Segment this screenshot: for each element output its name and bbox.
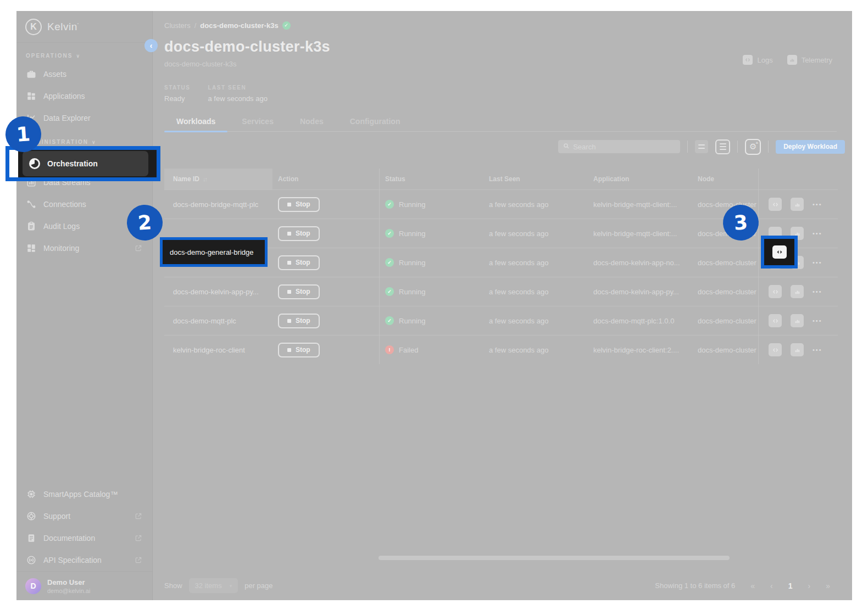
stop-button[interactable]: Stop — [278, 314, 320, 328]
workload-telemetry-button[interactable] — [791, 198, 804, 211]
prev-page-button[interactable]: ‹ — [770, 582, 773, 590]
gear-plus-icon: + — [756, 141, 759, 146]
stop-icon — [287, 319, 291, 323]
column-header-status[interactable]: Status — [379, 169, 483, 189]
toolbar-divider — [687, 141, 688, 153]
next-page-button[interactable]: › — [808, 582, 811, 590]
node-cell: docs-demo-cluster — [692, 277, 758, 306]
logs-button[interactable]: Logs — [743, 55, 772, 65]
table-row[interactable]: kelvin-bridge-roc-client Stop !Failed a … — [164, 335, 838, 364]
annotation-highlight-logs-icon[interactable] — [761, 236, 798, 269]
stop-button[interactable]: Stop — [278, 255, 320, 270]
column-header-action[interactable]: Action — [272, 169, 379, 189]
tab-workloads[interactable]: Workloads — [164, 117, 227, 131]
list-view-button[interactable] — [715, 139, 730, 154]
application-cell: docs-demo-mqtt-plc:1.0.0 — [588, 306, 692, 335]
sort-icon[interactable]: ↓↑ — [203, 176, 207, 182]
workload-telemetry-button[interactable] — [791, 285, 804, 298]
first-page-button[interactable]: « — [750, 582, 755, 590]
sidebar-item-applications[interactable]: Applications — [16, 85, 152, 107]
pagination-bar: Show 32 items ▾ per page Showing 1 to 6 … — [153, 571, 852, 600]
table-settings-button[interactable]: ⚙+ — [745, 139, 761, 155]
sidebar-item-monitoring[interactable]: Monitoring — [16, 237, 152, 259]
user-email: demo@kelvin.ai — [47, 588, 90, 594]
more-options-button[interactable]: ••• — [813, 317, 822, 324]
chevron-down-icon: ▾ — [230, 583, 232, 589]
logs-label: Logs — [757, 56, 772, 64]
api-brackets-icon — [26, 555, 36, 566]
chevron-left-icon: ‹ — [150, 41, 153, 50]
last-seen-label: LAST SEEN — [208, 85, 268, 91]
stop-button[interactable]: Stop — [278, 197, 320, 212]
node-cell: docs-demo-cluster — [692, 336, 758, 364]
workload-logs-button[interactable] — [769, 285, 782, 298]
tab-nodes[interactable]: Nodes — [288, 117, 336, 131]
tab-configuration[interactable]: Configuration — [338, 117, 413, 131]
more-options-button[interactable]: ••• — [813, 346, 822, 353]
chevron-down-icon: ∨ — [92, 139, 96, 145]
sidebar-item-label: Applications — [43, 92, 85, 100]
last-seen-cell: a few seconds ago — [483, 248, 588, 277]
table-row[interactable]: docs-demo-kelvin-app-py... Stop ✓Running… — [164, 277, 838, 306]
search-input[interactable] — [573, 143, 672, 151]
sidebar: K Kelvin˚ ‹ OPERATIONS ∨ Assets Applicat… — [16, 11, 153, 600]
workload-logs-button[interactable] — [769, 314, 782, 327]
deploy-workload-button[interactable]: Deploy Workload — [776, 140, 845, 154]
code-icon — [772, 245, 787, 259]
workload-logs-button[interactable] — [769, 198, 782, 211]
workload-logs-button[interactable] — [769, 343, 782, 356]
status-check-icon: ✓ — [282, 21, 291, 30]
running-icon: ✓ — [385, 229, 394, 238]
compact-view-button[interactable] — [695, 140, 708, 153]
more-options-button[interactable]: ••• — [813, 288, 822, 295]
tab-services[interactable]: Services — [230, 117, 286, 131]
sidebar-item-orchestration-highlighted[interactable]: Orchestration — [23, 151, 148, 176]
brand-logo[interactable]: K Kelvin˚ — [16, 11, 152, 43]
sidebar-item-documentation[interactable]: Documentation — [16, 527, 152, 549]
annotation-highlight-workload-name[interactable]: docs-demo-general-bridge — [160, 237, 268, 267]
status-value: Ready — [164, 94, 191, 103]
section-label: OPERATIONS — [26, 53, 73, 59]
column-header-node[interactable]: Node — [692, 169, 758, 189]
sidebar-item-label: Data Explorer — [43, 114, 91, 122]
sidebar-item-api-specification[interactable]: API Specification — [16, 549, 152, 571]
stop-button[interactable]: Stop — [278, 343, 320, 357]
horizontal-scrollbar[interactable] — [379, 556, 730, 560]
telemetry-button[interactable]: Telemetry — [787, 55, 832, 65]
page-size-select[interactable]: 32 items ▾ — [189, 578, 238, 593]
status-badge: !Failed — [385, 345, 418, 354]
breadcrumb-clusters-link[interactable]: Clusters — [164, 21, 191, 30]
chevron-down-icon: ∨ — [76, 53, 80, 59]
user-profile[interactable]: D Demo User demo@kelvin.ai — [16, 571, 152, 600]
toolbar-divider — [737, 141, 738, 153]
workload-telemetry-button[interactable] — [791, 314, 804, 327]
show-label: Show — [164, 582, 182, 590]
more-options-button[interactable]: ••• — [813, 259, 822, 266]
more-options-button[interactable]: ••• — [813, 230, 822, 237]
annotated-screenshot-canvas: K Kelvin˚ ‹ OPERATIONS ∨ Assets Applicat… — [0, 0, 868, 615]
sidebar-section-operations[interactable]: OPERATIONS ∨ — [16, 43, 152, 63]
stop-button[interactable]: Stop — [278, 284, 320, 299]
column-header-name-id[interactable]: Name ID ↓↑ — [164, 169, 272, 189]
more-options-button[interactable]: ••• — [813, 201, 822, 208]
chip-icon — [26, 489, 36, 500]
sidebar-collapse-button[interactable]: ‹ — [144, 39, 158, 52]
last-page-button[interactable]: » — [826, 582, 830, 590]
external-link-icon — [135, 512, 142, 520]
workload-telemetry-button[interactable] — [791, 343, 804, 356]
column-header-last-seen[interactable]: Last Seen — [483, 169, 588, 189]
stop-button[interactable]: Stop — [278, 226, 320, 241]
column-header-application[interactable]: Application — [588, 169, 692, 189]
workload-name[interactable]: kelvin-bridge-roc-client — [164, 336, 272, 364]
code-icon — [743, 55, 753, 65]
sidebar-item-assets[interactable]: Assets — [16, 63, 152, 85]
workload-name[interactable]: docs-demo-bridge-mqtt-plc — [164, 190, 272, 219]
table-row[interactable]: docs-demo-mqtt-plc Stop ✓Running a few s… — [164, 306, 838, 335]
workload-name[interactable]: docs-demo-mqtt-plc — [164, 306, 272, 335]
workload-name[interactable]: docs-demo-kelvin-app-py... — [164, 277, 272, 306]
sidebar-item-smartapps-catalog[interactable]: SmartApps Catalog™ — [16, 483, 152, 505]
telemetry-chart-icon — [787, 55, 797, 65]
sidebar-item-support[interactable]: Support — [16, 505, 152, 527]
current-page[interactable]: 1 — [788, 582, 793, 590]
stop-icon — [287, 261, 291, 265]
